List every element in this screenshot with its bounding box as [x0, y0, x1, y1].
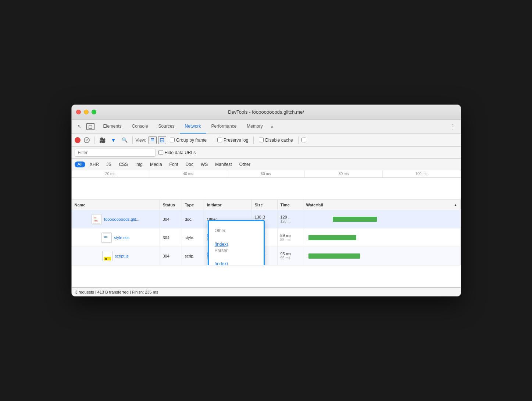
record-button[interactable]: [75, 137, 81, 143]
network-table: Name Status Type Initiator Size Time Wat…: [72, 200, 461, 265]
svg-text:CSS: CSS: [104, 236, 108, 238]
devtools-window: DevTools - fooooooooods.glitch.me/ ↖ ◻ E…: [71, 104, 461, 297]
timeline-markers: 20 ms 40 ms 60 ms 80 ms 100 ms: [72, 170, 461, 178]
tab-bar: ↖ ◻ Elements Console Sources Network Per…: [72, 120, 461, 134]
separator-1: [94, 136, 95, 144]
camera-button[interactable]: 🎥: [98, 135, 107, 145]
more-options-button[interactable]: ⋮: [448, 122, 458, 131]
table-row[interactable]: </> HTML fooooooooods.glit... 304 doc. O…: [72, 210, 461, 228]
view-label: View:: [136, 138, 146, 143]
svg-text:JS: JS: [105, 258, 107, 260]
group-by-frame-group: Group by frame: [170, 138, 207, 143]
group-by-frame-checkbox[interactable]: [170, 138, 175, 142]
type-filter-other[interactable]: Other: [236, 162, 253, 167]
separator-4: [253, 136, 254, 144]
mobile-icon: ◻: [86, 123, 94, 130]
cell-type-1: doc.: [182, 210, 204, 228]
minimize-button[interactable]: [84, 110, 89, 114]
group-by-frame-label: Group by frame: [176, 138, 207, 143]
mobile-icon-btn[interactable]: ◻: [86, 122, 95, 131]
extra-checkbox[interactable]: [301, 138, 306, 142]
initiator-item-3: (index) Parser: [209, 257, 264, 265]
cell-waterfall-1: [303, 210, 461, 228]
type-filter-all[interactable]: All: [75, 162, 85, 167]
search-button[interactable]: 🔍: [120, 135, 129, 145]
type-filter-bar: All XHR JS CSS Img Media Font Doc WS Man…: [72, 159, 461, 170]
stop-icon: ⊘: [84, 137, 90, 143]
waterfall-bar-1: [333, 217, 377, 222]
maximize-button[interactable]: [92, 110, 96, 114]
tab-sources[interactable]: Sources: [153, 120, 180, 134]
tab-console[interactable]: Console: [127, 120, 153, 134]
initiator-item-2: (index) Parser: [209, 238, 264, 258]
table-header: Name Status Type Initiator Size Time Wat…: [72, 200, 461, 210]
header-size[interactable]: Size: [252, 200, 278, 210]
search-icon: 🔍: [122, 137, 128, 143]
title-bar: DevTools - fooooooooods.glitch.me/: [72, 105, 461, 120]
waterfall-bar-3: [308, 253, 360, 259]
chart-view-button[interactable]: ⊟: [158, 136, 166, 144]
type-filter-xhr[interactable]: XHR: [87, 162, 102, 167]
svg-rect-0: [93, 215, 100, 224]
initiator-overlay: Other (index) Parser (index) Parser: [208, 220, 265, 265]
type-filter-manifest[interactable]: Manifest: [212, 162, 235, 167]
tab-performance[interactable]: Performance: [206, 120, 242, 134]
header-time[interactable]: Time: [278, 200, 303, 210]
hide-data-urls-label: Hide data URLs: [165, 150, 196, 155]
sort-arrow: ▲: [454, 203, 457, 207]
type-filter-doc[interactable]: Doc: [183, 162, 196, 167]
header-status[interactable]: Status: [160, 200, 182, 210]
type-filter-media[interactable]: Media: [147, 162, 165, 167]
header-initiator[interactable]: Initiator: [204, 200, 252, 210]
type-filter-css[interactable]: CSS: [116, 162, 131, 167]
stop-button[interactable]: ⊘: [82, 135, 92, 145]
empty-space: [72, 265, 461, 287]
timeline-marker-4: 100 ms: [383, 170, 461, 177]
tab-more[interactable]: »: [268, 120, 276, 134]
cell-name-1: </> HTML fooooooooods.glit...: [72, 210, 160, 228]
timeline-bar: 20 ms 40 ms 60 ms 80 ms 100 ms: [72, 170, 461, 200]
type-filter-img[interactable]: Img: [132, 162, 146, 167]
table-row[interactable]: JS script.js 304 scrip. (index) Parser 1…: [72, 247, 461, 265]
tab-network[interactable]: Network: [180, 120, 206, 134]
cell-status-1: 304: [160, 210, 182, 228]
initiator-item-1: Other: [209, 224, 264, 238]
cell-type-2: style.: [182, 228, 204, 246]
hide-data-urls-group: Hide data URLs: [158, 150, 196, 155]
file-icon-js: JS: [102, 251, 113, 261]
header-waterfall[interactable]: Waterfall ▲: [303, 200, 461, 210]
list-view-button[interactable]: ≡: [149, 136, 157, 144]
cursor-icon: ↖: [77, 124, 82, 129]
filter-input[interactable]: [75, 149, 156, 157]
cell-time-3: 95 ms 95 ms: [278, 247, 303, 265]
disable-cache-checkbox[interactable]: [259, 138, 264, 142]
tab-elements[interactable]: Elements: [98, 120, 127, 134]
filter-bar: Hide data URLs: [72, 147, 461, 159]
type-filter-js[interactable]: JS: [103, 162, 114, 167]
status-text: 3 requests | 413 B transferred | Finish:…: [75, 290, 158, 294]
timeline-marker-3: 80 ms: [305, 170, 383, 177]
close-button[interactable]: [76, 110, 81, 114]
traffic-lights: [76, 110, 96, 114]
timeline-marker-1: 40 ms: [149, 170, 227, 177]
preserve-log-group: Preserve log: [217, 138, 248, 143]
file-icon-html: </> HTML: [92, 214, 102, 224]
header-type[interactable]: Type: [182, 200, 204, 210]
header-name[interactable]: Name: [72, 200, 160, 210]
cell-name-2: CSS style.css: [72, 228, 160, 246]
cell-time-2: 89 ms 88 ms: [278, 228, 303, 246]
status-bar: 3 requests | 413 B transferred | Finish:…: [72, 287, 461, 296]
tab-memory[interactable]: Memory: [242, 120, 268, 134]
cell-time-1: 129 ... 128 ...: [278, 210, 303, 228]
filter-button[interactable]: ▼: [109, 135, 118, 145]
hide-data-urls-checkbox[interactable]: [158, 150, 163, 155]
timeline-marker-2: 60 ms: [227, 170, 305, 177]
table-row[interactable]: CSS style.css 304 style. (index) Parser …: [72, 228, 461, 247]
preserve-log-checkbox[interactable]: [217, 138, 222, 142]
separator-2: [132, 136, 133, 144]
type-filter-ws[interactable]: WS: [198, 162, 211, 167]
network-toolbar: ⊘ 🎥 ▼ 🔍 View: ≡ ⊟ Group by frame Preserv…: [72, 134, 461, 147]
svg-text:HTML: HTML: [94, 220, 98, 222]
cursor-icon-btn[interactable]: ↖: [75, 122, 84, 131]
type-filter-font[interactable]: Font: [167, 162, 181, 167]
